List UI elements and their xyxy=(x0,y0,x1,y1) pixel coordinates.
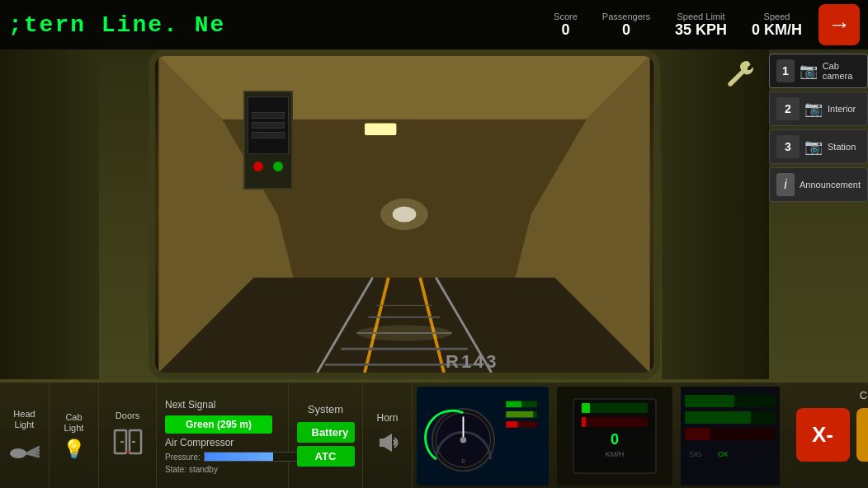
speed-stat: Speed 0 KM/H xyxy=(752,12,802,39)
hud-stats-container: Score 0 Passengers 0 Speed Limit 35 KPH … xyxy=(554,12,802,39)
svg-rect-32 xyxy=(506,401,521,408)
station-camera-button[interactable]: 3 📷 Station xyxy=(769,129,868,164)
doors-section[interactable]: Doors xyxy=(99,382,157,488)
exit-icon: → xyxy=(828,12,851,38)
next-signal-title: Next Signal xyxy=(165,399,215,411)
camera-icon: 📷 xyxy=(800,62,818,80)
control-panel: Head Light Cab Light 💡 Doo xyxy=(0,381,868,488)
svg-rect-34 xyxy=(506,411,533,418)
air-compressor-title: Air Compressor xyxy=(165,437,234,448)
horn-section[interactable]: Horn xyxy=(363,382,413,488)
announcement-button[interactable]: i Announcement xyxy=(769,167,868,202)
exit-button[interactable]: → xyxy=(818,4,860,45)
cab-light-label: Cab Light xyxy=(56,412,92,434)
svg-text:SIG: SIG xyxy=(689,450,702,458)
pressure-bar xyxy=(205,453,273,461)
speed-limit-label: Speed Limit xyxy=(675,12,727,21)
pressure-label: Pressure: xyxy=(165,453,200,462)
speed-limit-stat: Speed Limit 35 KPH xyxy=(675,12,727,39)
horn-icon xyxy=(375,430,400,461)
cam1-number: 1 xyxy=(776,59,795,82)
neutral-button[interactable]: N xyxy=(856,408,869,462)
svg-rect-42 xyxy=(582,417,586,427)
green-indicator xyxy=(273,162,283,171)
svg-rect-39 xyxy=(582,403,648,413)
speed-value: 0 KM/H xyxy=(752,21,802,38)
head-light-icon xyxy=(10,435,40,463)
passengers-stat: Passengers 0 xyxy=(602,12,650,39)
left-cab-wall xyxy=(0,49,99,379)
main-display-screen: 0 xyxy=(417,387,549,486)
game-viewport: R143 ;tern Line. Ne Score 0 Passengers 0… xyxy=(0,0,868,488)
speedometer-display: 0 KM/H xyxy=(557,387,672,486)
cam2-number: 2 xyxy=(776,97,800,120)
train-id-label: R143 xyxy=(446,351,499,373)
right-cab-wall xyxy=(662,49,769,379)
doors-icon xyxy=(113,427,143,462)
svg-point-14 xyxy=(356,325,451,340)
atc-button[interactable]: ATC xyxy=(297,446,355,467)
cab-light-section[interactable]: Cab Light 💡 xyxy=(50,382,99,488)
svg-rect-49 xyxy=(685,411,751,424)
score-stat: Score 0 xyxy=(554,12,578,39)
camera-icon: 📷 xyxy=(804,100,823,118)
svg-rect-40 xyxy=(582,403,590,413)
controller-buttons: X- N X+ xyxy=(796,408,869,462)
extra-info-display: SIG OK xyxy=(681,387,780,486)
tunnel-window xyxy=(149,49,660,379)
score-label: Score xyxy=(554,12,578,21)
red-indicator xyxy=(253,162,263,171)
system-section: System Battery ATC xyxy=(289,382,363,488)
control-panel-box xyxy=(243,91,293,190)
speed-label: Speed xyxy=(752,12,802,21)
svg-rect-12 xyxy=(365,124,396,135)
bulb-icon: 💡 xyxy=(63,439,85,460)
signal-section: Next Signal Green (295 m) Air Compressor… xyxy=(157,382,289,488)
score-value: 0 xyxy=(561,21,569,38)
cam2-label: Interior xyxy=(828,104,856,114)
camera-icon: 📷 xyxy=(804,138,823,156)
head-light-section[interactable]: Head Light xyxy=(0,382,50,488)
cab-camera-button[interactable]: 1 📷 Cab camera xyxy=(769,54,868,88)
doors-label: Doors xyxy=(116,411,139,421)
interior-camera-button[interactable]: 2 📷 Interior xyxy=(769,92,868,126)
svg-text:OK: OK xyxy=(718,450,729,458)
route-marquee: ;tern Line. Ne xyxy=(8,12,554,38)
camera-panel: 1 📷 Cab camera 2 📷 Interior 3 📷 Station … xyxy=(769,54,868,202)
info-icon: i xyxy=(776,173,795,196)
speed-limit-value: 35 KPH xyxy=(675,21,727,38)
svg-point-11 xyxy=(380,199,428,230)
svg-rect-36 xyxy=(506,421,517,428)
cam1-label: Cab camera xyxy=(823,61,861,81)
cam3-number: 3 xyxy=(776,135,800,158)
passengers-label: Passengers xyxy=(602,12,650,21)
horn-label: Horn xyxy=(376,412,398,424)
x-minus-button[interactable]: X- xyxy=(796,408,850,462)
state-text: State: standby xyxy=(165,465,218,474)
top-hud-bar: ;tern Line. Ne Score 0 Passengers 0 Spee… xyxy=(0,0,868,49)
head-light-label: Head Light xyxy=(7,409,42,430)
battery-button[interactable]: Battery xyxy=(297,422,355,443)
cam3-label: Station xyxy=(828,142,856,152)
svg-text:KM/H: KM/H xyxy=(606,450,625,458)
svg-rect-47 xyxy=(685,395,734,407)
svg-rect-41 xyxy=(582,417,648,427)
controller-section: Controller X- N X+ xyxy=(784,382,868,488)
system-title: System xyxy=(308,403,343,415)
svg-text:0: 0 xyxy=(461,458,465,465)
announcement-label: Announcement xyxy=(800,180,861,190)
signal-value-display: Green (295 m) xyxy=(165,415,272,434)
svg-point-15 xyxy=(10,448,26,458)
svg-point-29 xyxy=(460,437,467,443)
bottom-controls-row: Head Light Cab Light 💡 Doo xyxy=(0,382,868,488)
svg-rect-51 xyxy=(685,428,710,440)
passengers-value: 0 xyxy=(622,21,630,38)
controller-title: Controller xyxy=(860,389,868,401)
settings-wrench-button[interactable] xyxy=(724,58,757,94)
svg-text:0: 0 xyxy=(611,431,619,448)
